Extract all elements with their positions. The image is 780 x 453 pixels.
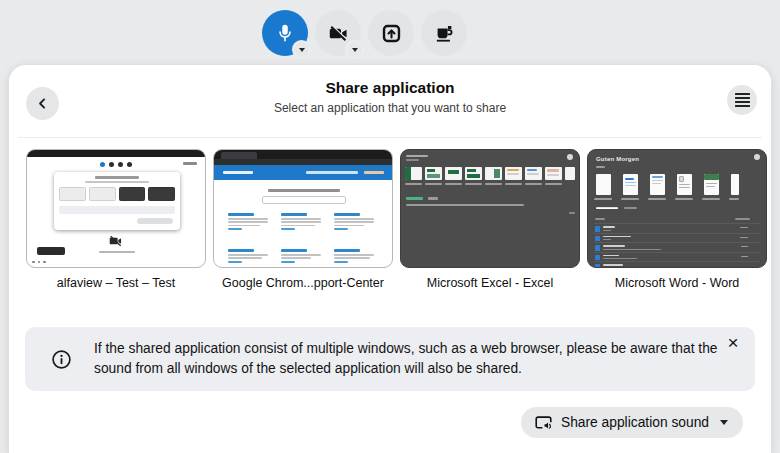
app-window: Share application Select an application … bbox=[0, 0, 780, 453]
coffee-cup-icon bbox=[433, 22, 456, 45]
info-text: If the shared application consist of mul… bbox=[94, 339, 719, 379]
camera-off-button[interactable] bbox=[315, 10, 361, 56]
word-preview: Guten Morgen bbox=[587, 149, 767, 268]
app-thumbnail-chrome[interactable]: Google Chrom...pport-Center bbox=[213, 149, 393, 290]
close-button[interactable]: × bbox=[722, 332, 744, 354]
page-title: Share application bbox=[9, 79, 771, 97]
app-label: Microsoft Excel - Excel bbox=[400, 276, 580, 290]
app-thumbnail-alfaview[interactable]: alfaview – Test – Test bbox=[26, 149, 206, 290]
chevron-down-icon bbox=[352, 48, 358, 52]
break-button[interactable] bbox=[421, 10, 467, 56]
call-toolbar bbox=[262, 10, 467, 56]
header-divider bbox=[18, 137, 762, 138]
app-label: Microsoft Word - Word bbox=[587, 276, 767, 290]
info-banner: If the shared application consist of mul… bbox=[25, 327, 755, 391]
info-icon bbox=[51, 349, 72, 370]
alfaview-preview bbox=[26, 149, 206, 268]
panel-header: Share application Select an application … bbox=[9, 79, 771, 115]
share-sound-label: Share application sound bbox=[561, 415, 709, 430]
menu-icon bbox=[735, 93, 750, 95]
camera-off-glyph bbox=[27, 234, 205, 248]
screen-sound-icon bbox=[534, 413, 553, 432]
chevron-down-icon bbox=[720, 420, 728, 425]
share-screen-icon bbox=[380, 22, 403, 45]
camera-options-button[interactable] bbox=[345, 40, 364, 59]
app-label: alfaview – Test – Test bbox=[26, 276, 206, 290]
application-list: alfaview – Test – Test bbox=[26, 149, 767, 290]
share-application-sound-button[interactable]: Share application sound bbox=[521, 407, 743, 438]
app-thumbnail-word[interactable]: Guten Morgen bbox=[587, 149, 767, 290]
word-greeting: Guten Morgen bbox=[596, 156, 639, 162]
microphone-options-button[interactable] bbox=[292, 40, 311, 59]
app-thumbnail-excel[interactable]: Microsoft Excel - Excel bbox=[400, 149, 580, 290]
share-application-panel: Share application Select an application … bbox=[8, 64, 772, 453]
share-screen-button[interactable] bbox=[368, 10, 414, 56]
excel-preview bbox=[400, 149, 580, 268]
app-label: Google Chrom...pport-Center bbox=[213, 276, 393, 290]
microphone-icon bbox=[274, 22, 296, 44]
menu-button[interactable] bbox=[727, 85, 757, 115]
page-subtitle: Select an application that you want to s… bbox=[9, 101, 771, 115]
microphone-button[interactable] bbox=[262, 10, 308, 56]
chrome-preview bbox=[213, 149, 393, 268]
camera-off-icon bbox=[327, 22, 350, 45]
chevron-down-icon bbox=[299, 48, 305, 52]
